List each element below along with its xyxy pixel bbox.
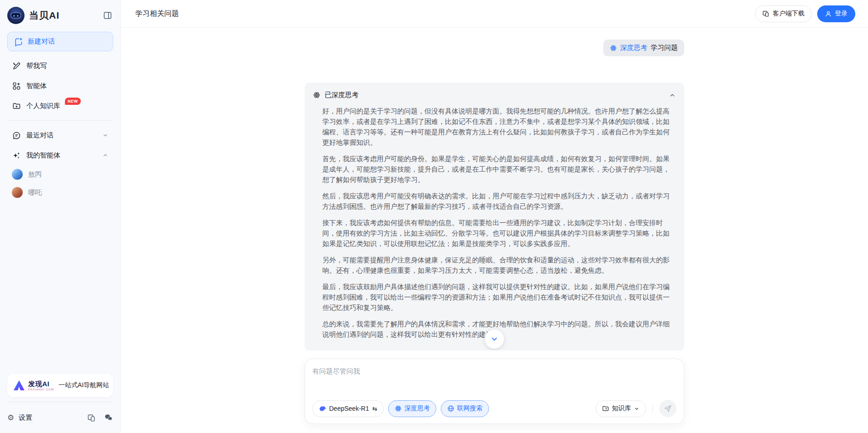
sidebar-divider — [7, 120, 113, 121]
thinking-paragraph: 最后，我应该鼓励用户具体描述他们遇到的问题，这样我可以提供更针对性的建议。比如，… — [322, 281, 670, 313]
scroll-to-bottom-button[interactable] — [485, 330, 504, 349]
download-client-button[interactable]: 客户端下载 — [755, 5, 812, 22]
agent-name: 哪吒 — [28, 188, 42, 197]
thinking-header-label: 已深度思考 — [325, 91, 359, 99]
deep-think-icon — [610, 44, 617, 52]
login-button[interactable]: 登录 — [817, 5, 855, 22]
thinking-paragraph: 另外，可能需要提醒用户注意身体健康，保证充足的睡眠、合理的饮食和适量的运动，这些… — [322, 255, 670, 276]
app-title: 当贝AI — [29, 9, 102, 22]
web-search-toggle[interactable]: 联网搜索 — [441, 400, 489, 417]
sidebar-item-label: 帮我写 — [26, 62, 47, 70]
app-logo-icon — [7, 7, 25, 24]
sidebar-divider — [7, 402, 113, 402]
divider — [652, 405, 653, 412]
wechat-icon[interactable] — [104, 413, 113, 422]
deepseek-whale-icon — [319, 405, 326, 413]
globe-icon — [447, 405, 454, 412]
thinking-panel: 已深度思考 好，用户问的是关于学习的问题，但没有具体说明是哪方面。我得先想想可能… — [305, 83, 684, 350]
user-message-mode: 深度思考 — [620, 44, 647, 52]
agent-item-nezha[interactable]: 哪吒 — [7, 183, 113, 202]
user-message-text: 学习问题 — [651, 44, 678, 52]
sidebar-footer: ⚙ 设置 — [7, 408, 113, 427]
promo-banner[interactable]: 发现AI FAXIANAI.COM 一站式AI导航网站 — [7, 374, 113, 397]
avatar — [12, 169, 23, 180]
deep-think-icon — [395, 405, 402, 412]
chevron-down-icon[interactable] — [102, 132, 108, 138]
app-root: 当贝AI 新建对话 帮我写 智能体 — [0, 0, 868, 433]
model-name: DeepSeek-R1 — [329, 405, 369, 412]
thinking-paragraph: 接下来，我应该考虑如何提供有帮助的信息。可能需要给出一些通用的学习建议，比如制定… — [322, 217, 670, 249]
sidebar-item-write[interactable]: 帮我写 — [7, 56, 113, 76]
faxian-ai-logo-icon — [14, 380, 25, 390]
compose-icon — [14, 37, 23, 46]
download-client-label: 客户端下载 — [773, 10, 804, 18]
sidebar-item-label: 个人知识库 — [26, 102, 60, 110]
promo-brand: 发现AI FAXIANAI.COM — [28, 380, 54, 391]
section-label: 我的智能体 — [26, 151, 60, 160]
pencil-icon — [12, 61, 21, 70]
knowledge-folder-icon — [12, 101, 21, 110]
chat-bubble-icon — [12, 131, 21, 140]
composer-wrap: DeepSeek-R1 ⇆ 深度思考 — [121, 350, 868, 433]
swap-model-icon: ⇆ — [372, 405, 377, 412]
collapse-thinking-icon[interactable] — [669, 92, 676, 99]
chevron-down-icon — [634, 406, 640, 412]
sidebar: 当贝AI 新建对话 帮我写 智能体 — [0, 0, 121, 433]
send-button[interactable] — [659, 400, 676, 417]
paper-plane-icon — [664, 404, 672, 413]
section-label: 最近对话 — [26, 131, 54, 140]
thinking-content: 好，用户问的是关于学习的问题，但没有具体说明是哪方面。我得先想想可能的几种情况。… — [322, 106, 676, 340]
sidebar-section-my-agents[interactable]: 我的智能体 — [7, 145, 113, 165]
settings-label: 设置 — [19, 413, 32, 422]
agent-item-aobing[interactable]: 敖丙 — [7, 165, 113, 183]
knowledge-base-selector[interactable]: 知识库 — [596, 400, 646, 417]
login-label: 登录 — [835, 10, 848, 18]
gear-icon: ⚙ — [7, 413, 14, 423]
topbar: 学习相关问题 客户端下载 登录 — [121, 0, 868, 28]
chat-input[interactable] — [312, 366, 676, 396]
sidebar-menu: 帮我写 智能体 个人知识库 NEW — [7, 56, 113, 116]
main-area: 学习相关问题 客户端下载 登录 — [121, 0, 868, 433]
thinking-paragraph: 好，用户问的是关于学习的问题，但没有具体说明是哪方面。我得先想想可能的几种情况。… — [322, 106, 670, 148]
deep-think-toggle[interactable]: 深度思考 — [388, 400, 436, 417]
web-search-label: 联网搜索 — [457, 404, 483, 413]
new-chat-label: 新建对话 — [28, 37, 55, 46]
chat-area: 深度思考 学习问题 已深度思考 好，用 — [121, 28, 868, 350]
deep-think-icon — [313, 91, 321, 99]
devices-icon[interactable] — [87, 413, 96, 422]
thinking-header[interactable]: 已深度思考 — [313, 91, 676, 99]
new-chat-button[interactable]: 新建对话 — [7, 32, 113, 51]
avatar — [12, 187, 23, 198]
sidebar-item-knowledge[interactable]: 个人知识库 NEW — [7, 96, 113, 116]
promo-text: 一站式AI导航网站 — [59, 381, 109, 389]
folder-icon — [602, 405, 609, 412]
thinking-paragraph: 首先，我应该考虑用户可能的身份。如果是学生，可能关心的是如何提高成绩，如何有效复… — [322, 153, 670, 185]
new-badge: NEW — [65, 98, 81, 105]
sparkles-icon — [12, 151, 21, 160]
page-title: 学习相关问题 — [135, 9, 755, 19]
settings-button[interactable]: ⚙ 设置 — [7, 413, 87, 423]
knowledge-base-label: 知识库 — [612, 404, 631, 413]
device-download-icon — [762, 10, 769, 17]
composer: DeepSeek-R1 ⇆ 深度思考 — [305, 359, 684, 424]
agent-name: 敖丙 — [28, 170, 42, 179]
sidebar-item-label: 智能体 — [26, 82, 47, 90]
person-icon — [825, 10, 832, 17]
sidebar-header: 当贝AI — [7, 6, 113, 25]
user-message: 深度思考 学习问题 — [603, 39, 684, 56]
sidebar-item-agents[interactable]: 智能体 — [7, 76, 113, 96]
deep-think-label: 深度思考 — [404, 404, 430, 413]
model-selector[interactable]: DeepSeek-R1 ⇆ — [312, 400, 384, 417]
thinking-paragraph: 然后，我应该思考用户可能没有明确表达的需求。比如，用户可能在学习过程中感到压力大… — [322, 191, 670, 212]
sidebar-toggle-icon[interactable] — [102, 10, 113, 21]
sidebar-section-recent-chats[interactable]: 最近对话 — [7, 125, 113, 145]
agents-grid-icon — [12, 81, 21, 90]
chevron-up-icon[interactable] — [102, 152, 108, 158]
